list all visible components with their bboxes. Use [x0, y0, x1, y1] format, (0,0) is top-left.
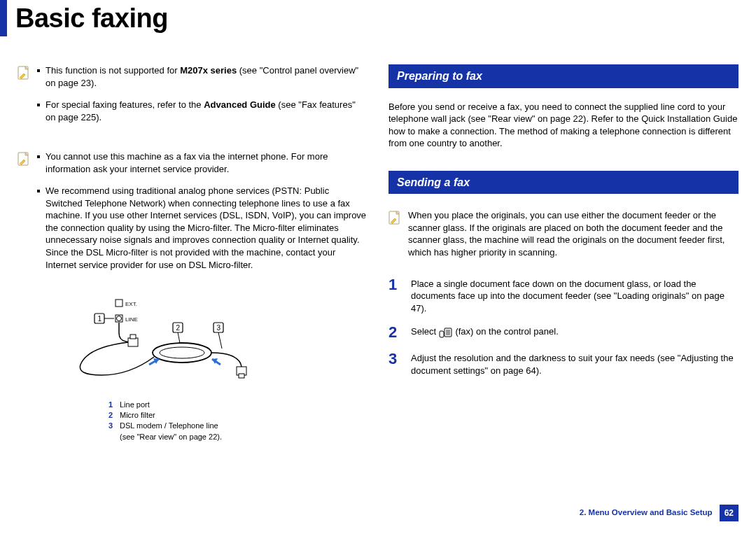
- bullet-text: We recommend using traditional analog ph…: [46, 185, 368, 271]
- note-box-3: When you place the originals, you can us…: [388, 209, 738, 258]
- text-bold: Advanced Guide: [204, 99, 276, 110]
- bullet-dot: [37, 190, 40, 192]
- bullet-text: You cannot use this machine as a fax via…: [46, 150, 368, 175]
- page-footer: 2. Menu Overview and Basic Setup 62: [580, 505, 738, 521]
- note-box-1: This function is not supported for M207x…: [18, 64, 368, 133]
- text-fragment: For special faxing features, refer to th…: [46, 99, 204, 110]
- footer-chapter: 2. Menu Overview and Basic Setup: [580, 507, 713, 519]
- legend-row: 1 Line port: [108, 400, 368, 410]
- legend-text: (see "Rear view" on page 22).: [120, 432, 222, 442]
- legend-num: 1: [108, 400, 115, 410]
- bullet-item: We recommend using traditional analog ph…: [37, 185, 368, 271]
- bullet-dot: [37, 104, 40, 106]
- step-3: 3 Adjust the resolution and the darkness…: [388, 351, 738, 377]
- note-box-2: You cannot use this machine as a fax via…: [18, 150, 368, 281]
- left-column: This function is not supported for M207x…: [18, 64, 368, 442]
- svg-rect-2: [115, 300, 122, 307]
- note-icon: [18, 66, 30, 81]
- step-text: Place a single document face down on the…: [411, 276, 738, 315]
- step-2: 2 Select (fax) on the control panel.: [388, 324, 738, 341]
- page-title: Basic faxing: [15, 0, 168, 36]
- text-fragment: (fax) on the control panel.: [455, 326, 558, 337]
- legend-num: 3: [108, 421, 115, 431]
- bullet-item: This function is not supported for M207x…: [37, 64, 368, 89]
- svg-rect-7: [128, 338, 138, 346]
- legend-text: Micro filter: [120, 410, 155, 421]
- micro-filter-diagram: EXT. LINE 1 2: [31, 298, 368, 442]
- note-icon: [388, 211, 401, 226]
- title-bar: Basic faxing: [0, 0, 756, 36]
- svg-line-18: [218, 332, 222, 349]
- section-body: Before you send or receive a fax, you ne…: [388, 101, 738, 150]
- step-text: Select (fax) on the control panel.: [411, 324, 738, 341]
- step-number: 3: [388, 351, 401, 377]
- content-columns: This function is not supported for M207x…: [0, 36, 756, 442]
- svg-rect-8: [130, 335, 136, 339]
- legend-row: 2 Micro filter: [108, 410, 368, 421]
- step-number: 1: [388, 276, 401, 315]
- svg-rect-20: [444, 328, 451, 337]
- section-preparing-to-fax: Preparing to fax: [388, 64, 738, 88]
- bullet-list: You cannot use this machine as a fax via…: [37, 150, 368, 281]
- svg-point-4: [117, 316, 122, 321]
- title-accent: [0, 0, 7, 36]
- legend-text: DSL modem / Telephone line: [120, 421, 218, 431]
- bullet-dot: [37, 69, 40, 72]
- bullet-list: This function is not supported for M207x…: [37, 64, 368, 133]
- callout-2: 2: [176, 324, 181, 332]
- ext-label: EXT.: [125, 301, 137, 307]
- steps-list: 1 Place a single document face down on t…: [388, 276, 738, 377]
- footer-page-number: 62: [720, 505, 738, 521]
- note-icon: [18, 152, 30, 167]
- fax-icon: [439, 327, 453, 338]
- svg-rect-15: [239, 374, 244, 378]
- text-fragment: Select: [411, 326, 439, 337]
- bullet-dot: [37, 155, 40, 158]
- line-label: LINE: [125, 316, 138, 323]
- diagram-legend: 1 Line port 2 Micro filter 3 DSL modem /…: [108, 400, 368, 443]
- step-number: 2: [388, 324, 401, 341]
- legend-num: 2: [108, 410, 115, 421]
- legend-spacer: [108, 432, 115, 442]
- callout-1: 1: [98, 315, 102, 323]
- bullet-item: You cannot use this machine as a fax via…: [37, 150, 368, 175]
- bullet-text: This function is not supported for M207x…: [46, 64, 368, 89]
- right-column: Preparing to fax Before you send or rece…: [388, 64, 738, 442]
- bullet-text: For special faxing features, refer to th…: [46, 99, 368, 123]
- legend-row: (see "Rear view" on page 22).: [108, 432, 368, 442]
- svg-line-12: [178, 332, 180, 343]
- text-bold: M207x series: [180, 65, 237, 76]
- legend-row: 3 DSL modem / Telephone line: [108, 421, 368, 431]
- section-sending-a-fax: Sending a fax: [388, 171, 738, 195]
- step-1: 1 Place a single document face down on t…: [388, 276, 738, 315]
- note-text: When you place the originals, you can us…: [408, 209, 738, 258]
- text-fragment: This function is not supported for: [46, 65, 180, 76]
- svg-point-9: [153, 343, 211, 363]
- bullet-item: For special faxing features, refer to th…: [37, 99, 368, 123]
- step-text: Adjust the resolution and the darkness t…: [411, 351, 738, 377]
- callout-3: 3: [217, 324, 221, 332]
- legend-text: Line port: [120, 400, 150, 410]
